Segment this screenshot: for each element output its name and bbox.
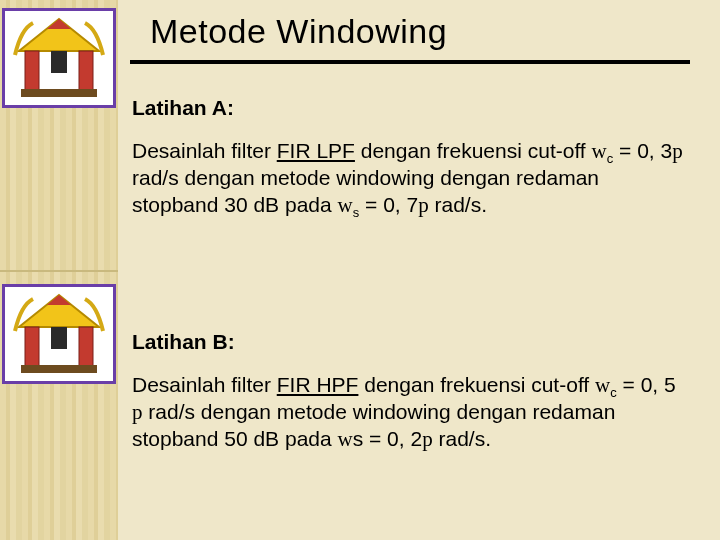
text: Desainlah filter [132, 373, 277, 396]
omega-symbol: w [338, 193, 353, 217]
heading-latihan-b: Latihan B: [132, 330, 235, 354]
strip-divider [0, 270, 118, 272]
text: = 0, 3 [613, 139, 672, 162]
title-rule [130, 60, 690, 64]
omega-symbol: w [592, 139, 607, 163]
svg-rect-8 [51, 327, 67, 349]
svg-marker-1 [47, 19, 71, 29]
pi-symbol: p [422, 427, 433, 451]
text: dengan frekuensi cut-off [355, 139, 592, 162]
temple-gate-icon [2, 284, 116, 384]
text: = 0, 2 [363, 427, 422, 450]
svg-rect-9 [25, 327, 39, 367]
text: rad/s. [429, 193, 487, 216]
text: dengan frekuensi cut-off [358, 373, 595, 396]
pi-symbol: p [132, 400, 143, 424]
text: Desainlah filter [132, 139, 277, 162]
svg-rect-10 [79, 327, 93, 367]
text: = 0, 5 [617, 373, 676, 396]
omega-symbol: w [338, 427, 353, 451]
svg-rect-5 [21, 89, 97, 97]
svg-marker-7 [47, 295, 71, 305]
temple-gate-icon [2, 8, 116, 108]
omega-symbol: w [595, 373, 610, 397]
svg-rect-11 [21, 365, 97, 373]
pi-symbol: p [418, 193, 429, 217]
fir-lpf-underline: FIR LPF [277, 139, 355, 162]
text: s [353, 427, 364, 450]
text: rad/s. [433, 427, 491, 450]
text: = 0, 7 [359, 193, 418, 216]
paragraph-latihan-a: Desainlah filter FIR LPF dengan frekuens… [132, 138, 690, 219]
heading-latihan-a: Latihan A: [132, 96, 234, 120]
paragraph-latihan-b: Desainlah filter FIR HPF dengan frekuens… [132, 372, 690, 453]
svg-rect-3 [25, 51, 39, 91]
svg-rect-4 [79, 51, 93, 91]
svg-rect-2 [51, 51, 67, 73]
pi-symbol: p [672, 139, 683, 163]
fir-hpf-underline: FIR HPF [277, 373, 359, 396]
slide-title: Metode Windowing [150, 12, 447, 51]
